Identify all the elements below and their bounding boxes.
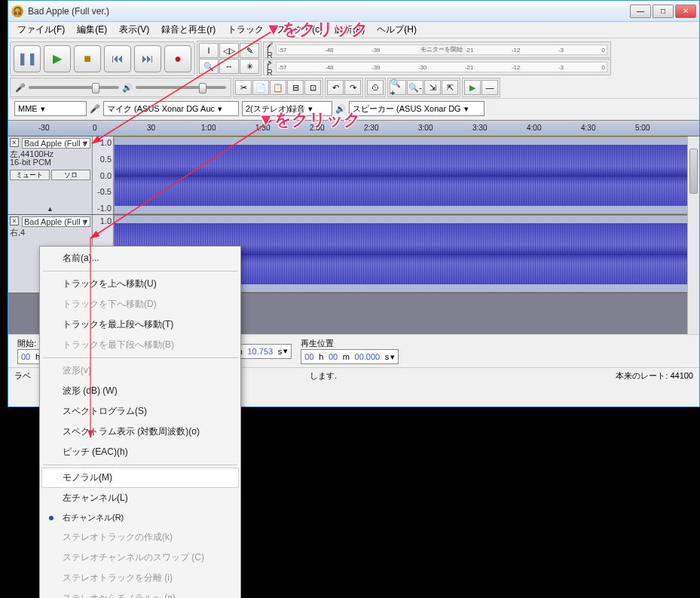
selection-tool[interactable]: I: [199, 43, 219, 58]
playback-position-spinbox[interactable]: 00 h 00 m 00.000 s ▾: [301, 349, 399, 364]
playback-volume-slider[interactable]: [136, 86, 226, 89]
menu-help[interactable]: ヘルプ(H): [371, 21, 423, 38]
mute-button[interactable]: ミュート: [10, 170, 50, 180]
timeline-tick: 3:00: [418, 124, 433, 132]
silence-button[interactable]: ⊡: [304, 80, 321, 95]
multi-tool[interactable]: ✳: [240, 59, 259, 74]
skip-start-button[interactable]: ⏮: [104, 45, 131, 72]
record-channels-combo[interactable]: 2(ステレオ)録音: [242, 101, 332, 116]
ctx-waveform-db[interactable]: 波形 (dB) (W): [41, 381, 239, 401]
mic-icon: 🎤: [90, 104, 100, 114]
playback-device-combo[interactable]: スピーカー (ASUS Xonar DG: [349, 101, 484, 116]
status-left: ラベ: [14, 370, 31, 382]
ctx-move-bottom: トラックを最下段へ移動(B): [41, 335, 239, 355]
timeline-ruler[interactable]: -30 0 30 1:00 1:30 2:00 2:30 3:00 3:30 4…: [8, 120, 699, 136]
vertical-scrollbar[interactable]: [687, 136, 699, 334]
timeline-tick: 30: [147, 124, 155, 132]
monitor-start-button[interactable]: モニターを開始: [417, 45, 466, 54]
ctx-move-down: トラックを下へ移動(D): [41, 294, 239, 314]
track-info: 右,4: [10, 228, 90, 237]
ctx-spectrogram[interactable]: スペクトログラム(S): [41, 401, 239, 422]
menu-transport[interactable]: 録音と再生(r): [155, 21, 222, 38]
track-info: 左,44100Hz 16-bit PCM: [10, 150, 90, 167]
transcription-toolbar: ▶ —: [462, 78, 500, 97]
ctx-right[interactable]: 右チャンネル(R): [41, 508, 239, 527]
close-button[interactable]: ✕: [675, 5, 696, 18]
meter-tick: -3: [558, 64, 564, 71]
mic-icon: 🎤LR: [267, 42, 274, 58]
play-at-speed-button[interactable]: ▶: [464, 80, 481, 95]
track-dropdown-2[interactable]: Bad Apple (Full v ▼: [22, 216, 90, 227]
chevron-down-icon[interactable]: ▾: [283, 346, 288, 356]
timeline-tick: -30: [38, 124, 49, 132]
record-volume-slider[interactable]: [29, 86, 119, 89]
track-name: Bad Apple (Full v: [24, 217, 87, 226]
trim-button[interactable]: ⊟: [287, 80, 304, 95]
paste-button[interactable]: 📋: [270, 80, 286, 95]
titlebar[interactable]: 🎧 Bad Apple (Full ver.) — □ ✕: [8, 1, 699, 22]
menu-analyze[interactable]: 解析(A): [329, 21, 371, 38]
track-1: × Bad Apple (Full v ▼ 左,44100Hz 16-bit P…: [8, 136, 699, 215]
cut-button[interactable]: ✂: [235, 80, 252, 95]
track-close-button[interactable]: ×: [10, 138, 19, 147]
undo-button[interactable]: ↶: [327, 80, 344, 95]
ctx-pitch[interactable]: ピッチ (EAC)(h): [41, 442, 239, 462]
collapse-icon[interactable]: ▲: [47, 205, 53, 213]
pause-button[interactable]: ❚❚: [14, 45, 41, 72]
meter-tick: -48: [325, 47, 334, 54]
record-meter[interactable]: 🎤LR -57 -48 -39 -30 -21 -12 -3 0 モニターを開始: [263, 41, 611, 58]
chevron-down-icon[interactable]: ▾: [390, 352, 395, 362]
zoom-out-button[interactable]: 🔍-: [407, 80, 423, 95]
track-close-button[interactable]: ×: [10, 216, 19, 225]
timeshift-tool[interactable]: ↔: [219, 59, 239, 74]
menu-effect[interactable]: フェクト(c): [270, 21, 329, 38]
timeline-tick: 4:30: [581, 124, 595, 132]
ctx-spectrogram-log[interactable]: スペクトラム表示 (対数周波数)(o): [41, 422, 239, 442]
audio-host-combo[interactable]: MME: [14, 101, 87, 116]
menu-view[interactable]: 表示(V): [113, 21, 155, 38]
stop-button[interactable]: ■: [74, 45, 101, 72]
speaker-icon: 🔊: [122, 83, 133, 93]
menu-edit[interactable]: 編集(E): [71, 21, 113, 38]
ctx-move-top[interactable]: トラックを最上段へ移動(T): [41, 314, 239, 335]
menubar: ファイル(F) 編集(E) 表示(V) 録音と再生(r) トラック フェクト(c…: [8, 22, 699, 38]
ctx-move-up[interactable]: トラックを上へ移動(U): [41, 274, 239, 294]
timeline-tick: 1:00: [201, 124, 216, 132]
status-rate: 本来のレート: 44100: [616, 370, 693, 382]
draw-tool[interactable]: ✎: [240, 43, 259, 58]
envelope-tool[interactable]: ◁▷: [219, 43, 239, 58]
speed-slider[interactable]: —: [481, 80, 498, 95]
zoom-in-button[interactable]: 🔍+: [390, 80, 406, 95]
transport-toolbar: ❚❚ ▶ ■ ⏮ ⏭ ●: [10, 41, 195, 76]
meter-tick: -12: [512, 47, 521, 54]
redo-button[interactable]: ↷: [344, 80, 361, 95]
toolbars: ❚❚ ▶ ■ ⏮ ⏭ ● I ◁▷ ✎ 🔍 ↔ ✳ 🎤LR -57: [8, 38, 699, 120]
edit-toolbar: ✂ 📄 📋 ⊟ ⊡: [233, 78, 323, 97]
mixer-toolbar: 🎤 🔊: [10, 78, 231, 97]
play-button[interactable]: ▶: [44, 45, 71, 72]
vertical-scale[interactable]: 1.0 0.5 0.0 -0.5 -1.0: [93, 136, 114, 214]
skip-end-button[interactable]: ⏭: [134, 45, 161, 72]
ctx-name[interactable]: 名前(a)...: [41, 248, 239, 268]
meter-tick: -57: [278, 47, 287, 54]
playback-meter[interactable]: 🔊LR -57 -48 -39 -30 -21 -12 -3 0: [263, 59, 611, 75]
fit-project-button[interactable]: ⇱: [442, 80, 458, 95]
fit-selection-button[interactable]: ⇲: [424, 80, 441, 95]
tools-toolbar: I ◁▷ ✎ 🔍 ↔ ✳: [197, 41, 261, 76]
record-button[interactable]: ●: [164, 45, 191, 72]
track-dropdown-1[interactable]: Bad Apple (Full v ▼: [22, 138, 90, 149]
ctx-left[interactable]: 左チャンネル(L): [41, 488, 239, 508]
meter-tick: -21: [465, 47, 474, 54]
waveform-1[interactable]: [114, 136, 699, 214]
copy-button[interactable]: 📄: [252, 80, 269, 95]
menu-file[interactable]: ファイル(F): [11, 21, 71, 38]
menu-track[interactable]: トラック: [222, 21, 270, 38]
maximize-button[interactable]: □: [653, 5, 674, 18]
minimize-button[interactable]: —: [630, 5, 651, 18]
solo-button[interactable]: ソロ: [51, 170, 91, 180]
record-device-combo[interactable]: マイク (ASUS Xonar DG Auc: [103, 101, 239, 116]
sync-lock-button[interactable]: ⏲: [367, 80, 384, 95]
ctx-split: ステレオトラックを分離 (i): [41, 568, 239, 588]
zoom-tool[interactable]: 🔍: [199, 59, 219, 74]
ctx-mono[interactable]: モノラル(M): [41, 468, 239, 488]
